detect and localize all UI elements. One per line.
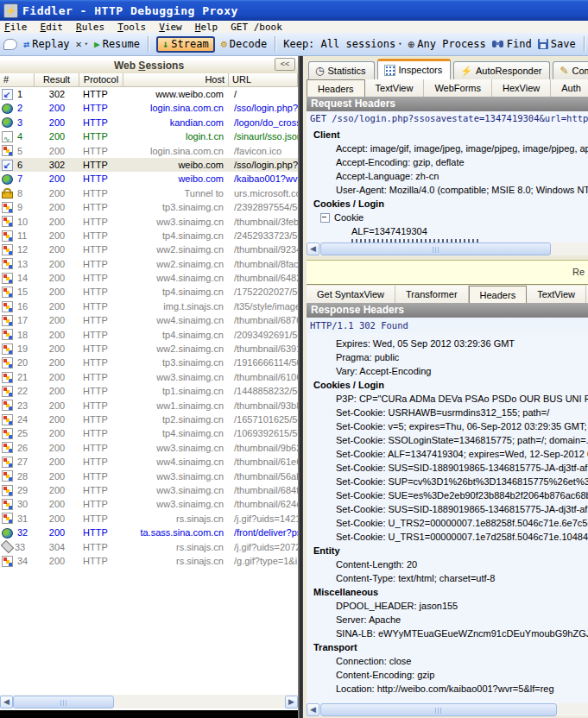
session-row[interactable]: 7 200 HTTP weibo.com /kaibao001?wvr= [0,172,298,186]
session-row[interactable]: 22 200 HTTP tp1.sinaimg.cn /1448858232/5… [0,384,298,398]
response-status-line[interactable]: HTTP/1.1 302 Found [307,318,588,334]
session-row[interactable]: 31 200 HTTP rs.sinajs.cn /j.gif?uids=142… [0,512,298,526]
tab-auth[interactable]: Auth [551,79,588,97]
session-protocol: HTTP [79,172,123,186]
column-header-result[interactable]: Result [35,73,79,86]
menu-item-help[interactable]: Help [195,22,218,33]
session-row[interactable]: 17 200 HTTP ww4.sinaimg.cn /thumbnail/68… [0,313,298,327]
column-header-number[interactable]: # [0,73,35,86]
session-row[interactable]: 14 200 HTTP ww4.sinaimg.cn /thumbnail/64… [0,271,298,285]
session-type-icon [2,343,13,355]
session-row[interactable]: 24 200 HTTP tp2.sinaimg.cn /1657101625/5… [0,413,298,426]
session-row[interactable]: 15 200 HTTP tp4.sinaimg.cn /1752202027/5… [0,285,298,299]
sessions-horizontal-scrollbar[interactable]: ◀ ▶ [0,695,298,709]
remove-dropdown-caret[interactable]: ▾ [85,41,88,47]
menu-item-edit[interactable]: Edit [41,22,64,33]
session-url: /sso/login.php?u [229,101,298,115]
session-row[interactable]: 12 200 HTTP ww2.sinaimg.cn /thumbnail/92… [0,242,298,256]
tab-comp[interactable]: ✎Comp [553,61,588,79]
session-number: 6 [17,158,22,172]
session-row[interactable]: 6 302 HTTP weibo.com /sso/login.php?s [0,158,298,172]
session-row[interactable]: 16 200 HTTP img.t.sinajs.cn /t35/style/i… [0,299,298,313]
session-row[interactable]: 3 200 HTTP kandian.com /logon/do_cross [0,116,298,129]
session-protocol: HTTP [79,200,123,214]
scroll-track[interactable] [319,242,588,255]
save-button[interactable]: Save [538,38,576,50]
session-row[interactable]: 34 200 HTTP rs.sinajs.cn /g.gif?type=1&i [0,554,298,568]
header-line: Server: Apache [307,613,588,627]
column-header-url[interactable]: URL [229,73,298,86]
session-row[interactable]: 19 200 HTTP ww2.sinaimg.cn /thumbnail/63… [0,342,298,356]
scroll-right-arrow[interactable]: ▶ [285,696,298,709]
resume-button[interactable]: ▶Resume [94,38,140,50]
scroll-thumb[interactable] [320,703,557,716]
scroll-thumb[interactable] [320,242,551,255]
session-row[interactable]: 21 200 HTTP ww3.sinaimg.cn /thumbnail/61… [0,370,298,384]
session-type-icon [2,131,13,142]
session-row[interactable]: 33 304 HTTP rs.sinajs.cn /j.gif?uids=207… [0,540,298,554]
session-row[interactable]: 25 200 HTTP tp4.sinaimg.cn /1069392615/5… [0,426,298,440]
scroll-left-arrow[interactable]: ◀ [307,703,319,716]
session-row[interactable]: 20 200 HTTP tp3.sinaimg.cn /1916666114/5… [0,356,298,369]
decode-button[interactable]: ⚙Decode [221,38,268,50]
find-button[interactable]: Find [492,38,532,50]
comment-button[interactable] [3,39,17,50]
column-header-host[interactable]: Host [123,73,229,86]
stream-toggle-button[interactable]: ↓Stream [156,36,215,53]
session-row[interactable]: 32 200 HTTP ta.sass.sina.com.cn /front/d… [0,526,298,539]
scroll-track[interactable] [319,703,588,716]
session-row[interactable]: 13 200 HTTP ww2.sinaimg.cn /thumbnail/8f… [0,257,298,271]
session-row[interactable]: 5 200 HTTP login.sina.com.cn /favicon.ic… [0,144,298,158]
menu-item-tools[interactable]: Tools [117,22,146,33]
remove-sessions-button[interactable]: ✕▾ [76,38,88,50]
tab-headers[interactable]: Headers [307,79,365,97]
tab-statistics[interactable]: ◷Statistics [308,61,375,79]
session-row[interactable]: 10 200 HTTP ww3.sinaimg.cn /thumbnail/3f… [0,215,298,229]
session-row[interactable]: 8 200 HTTP Tunnel to urs.microsoft.co [0,186,298,200]
session-row[interactable]: 27 200 HTTP ww4.sinaimg.cn /thumbnail/61… [0,455,298,469]
tab-inspectors[interactable]: Inspectors [377,59,452,79]
replay-button[interactable]: ⇄Replay [23,38,70,50]
response-horizontal-scrollbar[interactable]: ◀ [307,703,588,716]
request-horizontal-scrollbar[interactable]: ◀ [307,242,588,255]
column-header-protocol[interactable]: Protocol [79,73,123,86]
session-host: tp3.sinaimg.cn [123,200,229,214]
tab-transformer[interactable]: Transformer [395,286,469,303]
title-bar[interactable]: ⚡ Fiddler - HTTP Debugging Proxy [0,0,588,21]
scroll-thumb[interactable] [13,696,114,709]
tab-headers[interactable]: Headers [469,286,528,303]
scroll-track[interactable] [13,696,285,709]
session-row[interactable]: 30 200 HTTP ww3.sinaimg.cn /thumbnail/62… [0,497,298,511]
tab-webforms[interactable]: WebForms [424,79,492,97]
session-row[interactable]: 9 200 HTTP tp3.sinaimg.cn /2392897554/50 [0,200,298,214]
menu-item-rules[interactable]: Rules [76,22,104,33]
session-row[interactable]: 18 200 HTTP tp4.sinaimg.cn /2093492691/5… [0,328,298,342]
response-encoding-banner[interactable]: Re [307,260,588,285]
scroll-left-arrow[interactable]: ◀ [307,242,319,255]
session-row[interactable]: 11 200 HTTP tp4.sinaimg.cn /2452933723/5… [0,229,298,242]
request-line[interactable]: GET /sso/login.php?ssosavestate=13474193… [307,111,588,127]
any-process-button[interactable]: ⊕Any Process [408,38,485,51]
collapse-panel-button[interactable]: << [275,58,295,71]
tab-autoresponder[interactable]: ⚡AutoResponder [453,61,550,79]
quickexec-command-box[interactable] [0,710,298,718]
collapse-minus-icon[interactable] [320,213,330,223]
menu-item-view[interactable]: View [159,22,182,33]
tab-textview[interactable]: TextView [527,286,586,303]
session-row[interactable]: 2 200 HTTP login.sina.com.cn /sso/login.… [0,101,298,115]
tab-get-syntaxview[interactable]: Get SyntaxView [307,286,395,303]
session-result: 200 [35,200,79,214]
menu-item-file[interactable]: File [4,22,28,33]
tab-textview[interactable]: TextView [365,79,425,97]
keep-sessions-dropdown[interactable]: Keep: All sessions▾ [283,38,401,50]
session-row[interactable]: 4 200 HTTP login.t.cn /sinaurl/sso.json [0,129,298,143]
session-row[interactable]: 26 200 HTTP ww3.sinaimg.cn /thumbnail/9b… [0,441,298,455]
session-row[interactable]: 28 200 HTTP ww3.sinaimg.cn /thumbnail/56… [0,469,298,483]
session-row[interactable]: 23 200 HTTP ww1.sinaimg.cn /thumbnail/93… [0,399,298,413]
scroll-left-arrow[interactable]: ◀ [0,696,13,709]
menu-item-get-book[interactable]: GET /book [231,22,282,33]
session-row[interactable]: 29 200 HTTP ww3.sinaimg.cn /thumbnail/68… [0,483,298,497]
tab-hexview[interactable]: HexView [492,79,551,97]
session-row[interactable]: 1 302 HTTP www.weibo.com / [0,87,298,101]
session-result: 200 [35,554,79,568]
